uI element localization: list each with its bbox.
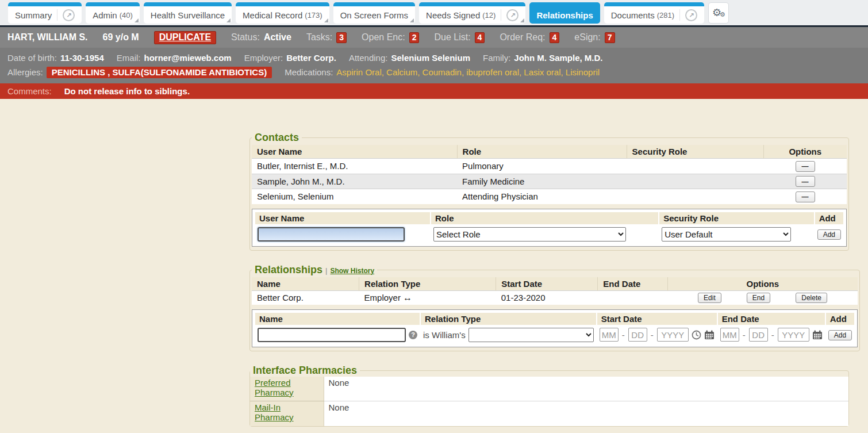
- relation-type-select[interactable]: [468, 328, 594, 342]
- relationship-type-text: Employer: [364, 293, 401, 302]
- email-value: horner@mieweb.com: [144, 53, 231, 63]
- tab-documents[interactable]: Documents (281) ↗: [604, 2, 704, 24]
- relationship-name-input[interactable]: [258, 328, 406, 342]
- add-contact-col-add: Add: [815, 212, 843, 224]
- contacts-section: Contacts User Name Role Security Role Op…: [249, 132, 849, 251]
- date-separator: -: [771, 330, 774, 340]
- calendar-icon[interactable]: [812, 330, 823, 340]
- mail-in-pharmacy-value: None: [324, 401, 848, 426]
- delete-relationship-button[interactable]: Delete: [796, 293, 827, 303]
- open-record-icon[interactable]: ↗: [685, 9, 697, 21]
- tab-admin[interactable]: Admin (40): [86, 2, 140, 24]
- calendar-icon[interactable]: [704, 330, 715, 340]
- pharmacies-table: Preferred Pharmacy None Mail-In Pharmacy…: [250, 377, 848, 426]
- duplicate-flag[interactable]: DUPLICATE: [154, 31, 216, 44]
- add-contact-col-security-role: Security Role: [659, 212, 814, 224]
- order-req-count-badge[interactable]: 4: [550, 32, 560, 43]
- remove-contact-button[interactable]: —: [796, 191, 815, 202]
- status-value: Active: [264, 32, 291, 43]
- start-month-input[interactable]: [600, 328, 619, 342]
- esign-count-badge[interactable]: 7: [605, 32, 615, 43]
- contact-user-name-input[interactable]: [258, 227, 405, 242]
- relationships-col-start-date: Start Date: [496, 277, 598, 291]
- tab-admin-label: Admin: [93, 10, 117, 20]
- date-separator: -: [622, 330, 625, 340]
- mail-in-pharmacy-link[interactable]: Mail-In Pharmacy: [255, 403, 294, 422]
- tab-relationships[interactable]: Relationships: [529, 2, 600, 24]
- allergies-medications-line: Allergies: PENICILLINS , SULFA(SULFONAMI…: [7, 65, 861, 79]
- open-enc-count-badge[interactable]: 2: [409, 32, 420, 43]
- open-record-icon[interactable]: ↗: [63, 9, 75, 21]
- tab-needs-signed[interactable]: Needs Signed (12) ↗: [419, 2, 525, 24]
- preferred-pharmacy-link[interactable]: Preferred Pharmacy: [255, 378, 294, 397]
- contact-role: Pulmonary: [457, 159, 627, 174]
- contact-role-select[interactable]: Select Role: [433, 227, 626, 242]
- relationships-table: Name Relation Type Start Date End Date O…: [252, 277, 858, 305]
- tab-on-screen-forms-label: On Screen Forms: [340, 10, 408, 20]
- contact-name: Butler, Internist E., M.D.: [252, 159, 457, 174]
- employer-label: Employer:: [244, 53, 283, 63]
- settings-gear-button[interactable]: ⚙ ⚙: [708, 2, 729, 24]
- medications-list[interactable]: Aspirin Oral, Calcium, Coumadin, ibuprof…: [336, 67, 600, 77]
- dropdown-fold-icon: [324, 18, 328, 22]
- add-contact-button[interactable]: Add: [817, 229, 841, 240]
- add-relationship-col-relation-type: Relation Type: [421, 313, 596, 325]
- due-list-count-badge[interactable]: 4: [475, 32, 485, 43]
- patient-name: HART, WILLIAM S.: [7, 32, 88, 43]
- contacts-table: User Name Role Security Role Options But…: [252, 145, 847, 204]
- tab-needs-signed-count: (12): [482, 11, 496, 20]
- relationships-title: Relationships | Show History: [252, 264, 377, 276]
- contact-security-role-select[interactable]: User Default: [662, 227, 791, 242]
- show-history-link[interactable]: Show History: [330, 267, 374, 275]
- end-day-input[interactable]: [749, 328, 768, 342]
- help-icon[interactable]: ?: [409, 331, 417, 339]
- preferred-pharmacy-value: None: [324, 377, 848, 401]
- add-relationship-col-start-date: Start Date: [597, 313, 717, 325]
- employer-value: Better Corp.: [286, 53, 336, 63]
- relationship-options: Edit End Delete: [673, 293, 852, 303]
- end-month-input[interactable]: [720, 328, 739, 342]
- remove-contact-button[interactable]: —: [796, 161, 815, 172]
- tasks-count-badge[interactable]: 3: [336, 32, 347, 43]
- tab-summary-label: Summary: [15, 10, 52, 20]
- relationships-header-row: Name Relation Type Start Date End Date O…: [252, 277, 858, 291]
- table-row: Sample, John M., M.D. Family Medicine —: [252, 174, 847, 189]
- dropdown-fold-icon: [226, 18, 231, 22]
- attending-value: Selenium Selenium: [391, 53, 470, 63]
- end-relationship-button[interactable]: End: [747, 293, 770, 303]
- relationships-title-text: Relationships: [255, 264, 322, 275]
- contact-role: Family Medicine: [457, 174, 627, 189]
- comments-text: Do not release info to siblings.: [64, 86, 190, 96]
- add-contact-panel: User Name Role Security Role Add Select …: [252, 209, 847, 247]
- end-year-input[interactable]: [778, 328, 809, 342]
- open-record-icon[interactable]: ↗: [506, 9, 519, 21]
- edit-relationship-button[interactable]: Edit: [698, 293, 721, 303]
- add-contact-col-user-name: User Name: [255, 212, 430, 224]
- tasks-label: Tasks:: [306, 32, 332, 43]
- add-contact-header-row: User Name Role Security Role Add: [255, 212, 843, 224]
- attending-label: Attending:: [349, 53, 388, 63]
- add-relationship-input-row: ? is William's -: [255, 326, 854, 344]
- tab-on-screen-forms[interactable]: On Screen Forms: [333, 2, 415, 24]
- possessive-label: is William's: [423, 330, 466, 340]
- remove-contact-button[interactable]: —: [796, 176, 815, 187]
- tab-health-surveillance[interactable]: Health Surveillance: [144, 2, 232, 24]
- patient-banner: HART, WILLIAM S. 69 y/o M DUPLICATE Stat…: [0, 27, 868, 48]
- relationships-col-options: Options: [667, 277, 858, 291]
- tab-summary[interactable]: Summary ↗: [8, 2, 82, 24]
- contacts-col-role: Role: [457, 145, 627, 159]
- start-day-input[interactable]: [628, 328, 647, 342]
- add-relationship-table: Name Relation Type Start Date End Date A…: [254, 312, 855, 345]
- tab-bar: Summary ↗ Admin (40) Health Surveillance…: [0, 0, 868, 27]
- relationship-type: Employer ↔: [359, 290, 496, 305]
- family-value: John M. Sample, M.D.: [514, 53, 602, 63]
- clock-icon[interactable]: [692, 330, 701, 340]
- tab-health-surveillance-label: Health Surveillance: [151, 10, 225, 20]
- comments-label: Comments:: [7, 86, 52, 96]
- relationships-section: Relationships | Show History Name Relati…: [249, 264, 860, 351]
- tab-medical-record[interactable]: Medical Record (173): [236, 2, 329, 24]
- tab-divider: [57, 9, 57, 21]
- start-year-input[interactable]: [657, 328, 689, 342]
- add-relationship-button[interactable]: Add: [828, 330, 852, 340]
- allergies-value[interactable]: PENICILLINS , SULFA(SULFONAMIDE ANTIBIOT…: [47, 67, 272, 78]
